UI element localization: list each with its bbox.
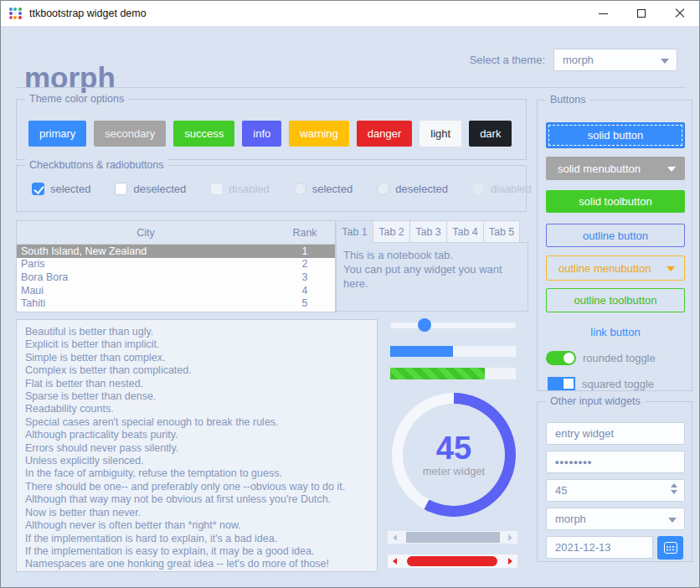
solid-menubutton[interactable]: solid menubutton — [546, 157, 685, 180]
radiobutton-disabled: disabled — [472, 183, 531, 195]
other-inputs-frame: Other input widgets entry widget •••••••… — [537, 401, 692, 562]
chevron-down-icon — [668, 518, 677, 523]
solid-button[interactable]: solid button — [546, 122, 685, 148]
danger-button[interactable]: danger — [357, 121, 412, 147]
scrollbar-thumb[interactable] — [407, 556, 497, 566]
entry-widget[interactable]: entry widget — [546, 422, 685, 445]
chevron-down-icon — [667, 266, 675, 271]
toggle-on-icon — [546, 351, 576, 365]
cell-rank: 3 — [275, 271, 335, 283]
zen-text-widget[interactable]: Beautiful is better than ugly. Explicit … — [16, 319, 378, 572]
spin-up-icon[interactable] — [671, 483, 677, 487]
scroll-left-button[interactable] — [388, 554, 402, 568]
slider-handle[interactable] — [418, 318, 431, 332]
frame-label: Buttons — [546, 94, 589, 106]
solid-toolbutton[interactable]: solid toolbutton — [546, 190, 685, 213]
tab-4[interactable]: Tab 4 — [446, 220, 483, 243]
secondary-button[interactable]: secondary — [94, 121, 166, 147]
arrow-left-icon — [393, 558, 397, 565]
calendar-icon — [664, 542, 677, 554]
light-button[interactable]: light — [419, 121, 461, 147]
table-row[interactable]: Bora Bora 3 — [17, 271, 335, 284]
column-header-city[interactable]: City — [17, 227, 275, 239]
table-row[interactable]: Tahiti 5 — [17, 297, 335, 310]
buttons-stack: solid button solid menubutton solid tool… — [538, 101, 692, 390]
radio-disabled-icon — [472, 183, 485, 195]
dark-button[interactable]: dark — [469, 121, 512, 147]
radiobutton-deselected[interactable]: deselected — [377, 183, 448, 195]
table-row[interactable]: Paris 2 — [17, 258, 335, 271]
maximize-icon — [637, 9, 646, 18]
date-entry: 2021-12-13 — [546, 536, 683, 560]
scroll-right-button[interactable] — [503, 554, 517, 568]
scrollbar-thumb[interactable] — [406, 532, 500, 543]
cell-rank: 4 — [275, 285, 335, 297]
tab-2[interactable]: Tab 2 — [373, 220, 409, 243]
spinbox[interactable]: 45 — [546, 479, 685, 502]
scroll-left-button[interactable] — [388, 531, 402, 544]
maximize-button[interactable] — [622, 1, 661, 26]
outline-toolbutton[interactable]: outline toolbutton — [546, 288, 685, 312]
checkbutton-label: deselected — [133, 183, 186, 195]
date-value: 2021-12-13 — [555, 541, 611, 554]
checkbutton-label: disabled — [229, 183, 269, 195]
frame-label: Theme color options — [25, 93, 128, 105]
checkbutton-deselected[interactable]: deselected — [115, 183, 186, 195]
theme-combobox-small[interactable]: morph — [546, 508, 685, 530]
scrollbar-track[interactable] — [402, 531, 503, 544]
warning-button[interactable]: warning — [289, 121, 349, 147]
logo-dot — [13, 8, 17, 11]
radiobutton-selected[interactable]: selected — [294, 183, 353, 195]
success-button[interactable]: success — [173, 121, 234, 147]
buttons-frame: Buttons solid button solid menubutton so… — [537, 100, 692, 391]
link-button[interactable]: link button — [546, 324, 685, 339]
table-row[interactable]: South Island, New Zealand 1 — [17, 245, 335, 258]
color-buttons-row: primary secondary success info warning d… — [17, 100, 526, 147]
theme-select-label: Select a theme: — [470, 54, 545, 66]
close-button[interactable] — [661, 1, 699, 26]
tab-3[interactable]: Tab 3 — [409, 220, 446, 243]
meter-center: 45 meter widget — [403, 404, 505, 506]
notebook: Tab 1 Tab 2 Tab 3 Tab 4 Tab 5 This is a … — [336, 220, 528, 312]
scroll-right-button[interactable] — [503, 531, 517, 544]
minimize-button[interactable] — [584, 1, 622, 26]
window-controls — [584, 1, 699, 26]
theme-combobox[interactable]: morph — [553, 49, 677, 71]
password-field[interactable]: •••••••• — [546, 451, 685, 473]
squared-toggle[interactable]: squared toggle — [546, 377, 683, 390]
checkbutton-selected[interactable]: selected — [32, 183, 90, 195]
theme-combobox-value: morph — [563, 54, 594, 66]
table-row[interactable]: Maui 4 — [17, 284, 335, 297]
scrollbar-track[interactable] — [402, 554, 503, 568]
primary-button[interactable]: primary — [28, 121, 86, 147]
logo-dot — [9, 12, 13, 15]
checkbox-unchecked-icon — [115, 183, 127, 195]
solid-menubutton-label: solid menubutton — [558, 162, 641, 175]
rounded-toggle[interactable]: rounded toggle — [546, 351, 683, 365]
meter-widget: 45 meter widget — [392, 393, 516, 517]
checkbutton-disabled: disabled — [210, 183, 269, 195]
logo-dot — [9, 8, 13, 11]
checkbox-disabled-icon — [210, 183, 223, 195]
frame-label: Other input widgets — [546, 395, 645, 407]
outline-menubutton[interactable]: outline menubutton — [546, 255, 685, 281]
horizontal-scrollbar — [388, 531, 517, 544]
tab-5[interactable]: Tab 5 — [483, 220, 520, 243]
date-input[interactable]: 2021-12-13 — [546, 536, 653, 559]
info-button[interactable]: info — [242, 121, 281, 147]
tab-1[interactable]: Tab 1 — [336, 220, 373, 243]
toggle-label: rounded toggle — [583, 352, 656, 364]
arrow-right-icon — [508, 558, 512, 565]
cell-rank: 2 — [275, 258, 335, 270]
cell-city: Paris — [17, 258, 275, 270]
outline-button[interactable]: outline button — [546, 224, 685, 247]
spin-down-icon[interactable] — [671, 490, 677, 494]
window-title: ttkbootstrap widget demo — [29, 8, 147, 19]
notebook-content: This is a notebook tab. You can put any … — [336, 242, 528, 312]
column-header-rank[interactable]: Rank — [275, 227, 335, 239]
chevron-down-icon — [661, 59, 669, 64]
scale-slider[interactable] — [390, 322, 516, 328]
minimize-icon — [599, 13, 608, 14]
calendar-button[interactable] — [657, 536, 683, 560]
logo-dot — [18, 16, 22, 19]
